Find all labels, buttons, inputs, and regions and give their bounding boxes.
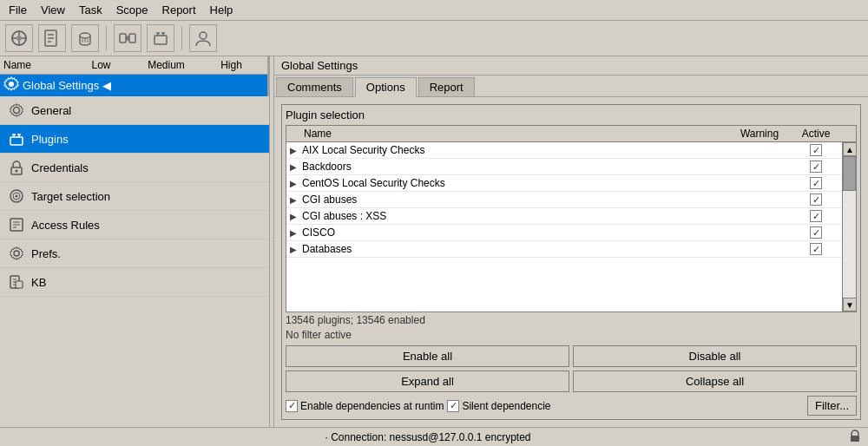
new-button[interactable]: [38, 24, 66, 52]
plugin-active-aix[interactable]: [790, 144, 842, 156]
filter-button[interactable]: Filter...: [807, 396, 857, 416]
expand-arrow-cgi[interactable]: ▶: [286, 193, 300, 207]
plugin-row-cgi[interactable]: ▶ CGI abuses: [286, 192, 842, 208]
toolbar-sep-2: [181, 26, 182, 50]
col-medium-header: Medium: [134, 59, 199, 71]
enable-deps-checkbox[interactable]: [286, 400, 298, 412]
user-button[interactable]: [189, 24, 217, 52]
plugin-active-centos[interactable]: [790, 177, 842, 189]
expand-arrow-cisco[interactable]: ▶: [286, 226, 300, 239]
plugin-active-cgi-xss[interactable]: [790, 210, 842, 222]
expand-all-button[interactable]: Expand all: [286, 371, 569, 392]
menu-help[interactable]: Help: [205, 2, 239, 18]
toolbar: [0, 21, 868, 56]
svg-point-3: [16, 36, 22, 41]
col-warning-header: Warning: [729, 128, 790, 140]
col-high-header: High: [199, 59, 264, 71]
nav-access-rules[interactable]: Access Rules: [0, 211, 269, 239]
menu-scope[interactable]: Scope: [111, 2, 154, 18]
plugin-active-databases[interactable]: [790, 243, 842, 255]
checkbox-cisco[interactable]: [810, 226, 822, 239]
col-name-header: Name: [286, 128, 729, 140]
menubar: File View Task Scope Report Help: [0, 0, 868, 21]
tab-options[interactable]: Options: [355, 77, 417, 97]
nav-kb-label: KB: [31, 276, 46, 289]
nav-prefs-label: Prefs.: [31, 247, 61, 260]
right-panel: Global Settings Comments Options Report …: [274, 56, 868, 427]
silent-deps-label: Silent dependencie: [462, 400, 550, 412]
checkbox-aix[interactable]: [810, 144, 822, 156]
scroll-down[interactable]: ▼: [843, 298, 856, 312]
scan-button[interactable]: [5, 24, 33, 52]
nav-plugins-label: Plugins: [31, 133, 69, 146]
menu-task[interactable]: Task: [74, 2, 108, 18]
svg-point-22: [9, 82, 14, 87]
checkbox-databases[interactable]: [810, 243, 822, 255]
disable-all-button[interactable]: Disable all: [573, 345, 857, 367]
nav-target-selection[interactable]: Target selection: [0, 182, 269, 211]
connect-button[interactable]: [114, 24, 141, 52]
nav-prefs[interactable]: Prefs.: [0, 239, 269, 268]
lock-icon: [849, 430, 861, 444]
nav-plugins[interactable]: Plugins: [0, 125, 269, 154]
delete-button[interactable]: [71, 24, 99, 52]
expand-arrow-aix[interactable]: ▶: [286, 143, 300, 157]
checkbox-cgi[interactable]: [810, 193, 822, 206]
nav-kb[interactable]: KB: [0, 268, 269, 297]
plugin-row-centos[interactable]: ▶ CentOS Local Security Checks: [286, 175, 842, 192]
plugin-row-aix[interactable]: ▶ AIX Local Security Checks: [286, 142, 842, 159]
plugin-active-backdoors[interactable]: [790, 161, 842, 173]
checkbox-centos[interactable]: [810, 177, 822, 189]
checkbox-backdoors[interactable]: [810, 161, 822, 173]
plugin-row-cisco[interactable]: ▶ CISCO: [286, 225, 842, 241]
plugin-row-cgi-xss[interactable]: ▶ CGI abuses : XSS: [286, 208, 842, 225]
settings-icon: [3, 76, 19, 95]
scroll-thumb[interactable]: [843, 156, 856, 191]
checkbox-cgi-xss[interactable]: [810, 210, 822, 222]
nav-general[interactable]: General: [0, 96, 269, 125]
tab-report[interactable]: Report: [418, 77, 475, 96]
expand-arrow-cgi-xss[interactable]: ▶: [286, 209, 300, 223]
plugin-table-body[interactable]: ▶ AIX Local Security Checks ▶ Backdoors: [286, 142, 842, 312]
filter-status: No filter active: [286, 328, 857, 342]
enable-all-button[interactable]: Enable all: [286, 345, 569, 367]
menu-report[interactable]: Report: [157, 2, 201, 18]
button-row-1: Enable all Disable all: [286, 345, 857, 367]
plugin-row-databases[interactable]: ▶ Databases: [286, 241, 842, 258]
tab-comments[interactable]: Comments: [276, 77, 353, 96]
col-active-header: Active: [790, 128, 842, 140]
nav-credentials[interactable]: Credentials: [0, 154, 269, 182]
expand-arrow-databases[interactable]: ▶: [286, 242, 300, 256]
plugin-name-cisco: CISCO: [300, 226, 729, 239]
button-row-2: Expand all Collapse all: [286, 371, 857, 392]
svg-point-8: [80, 33, 90, 38]
expand-arrow-centos[interactable]: ▶: [286, 176, 300, 190]
plugin-row-backdoors[interactable]: ▶ Backdoors: [286, 159, 842, 175]
kb-icon: [7, 272, 26, 292]
plugin-name-databases: Databases: [300, 243, 729, 255]
collapse-all-button[interactable]: Collapse all: [573, 371, 857, 392]
svg-point-30: [16, 170, 18, 173]
statusbar-text: · Connection: nessusd@127.0.0.1 encrypte…: [7, 431, 849, 443]
svg-point-38: [14, 251, 19, 256]
plugin-table-header: Name Warning Active: [286, 126, 856, 142]
tree-item-global-settings[interactable]: Global Settings ◀: [0, 75, 267, 96]
tree-header: Name Low Medium High: [0, 56, 267, 75]
menu-file[interactable]: File: [3, 2, 32, 18]
nav-target-label: Target selection: [31, 190, 110, 203]
plugin-active-cgi[interactable]: [790, 193, 842, 206]
plugin-selection-group: Plugin selection Name Warning Active ▶: [281, 104, 861, 420]
col-name-header: Name: [3, 59, 69, 71]
scroll-track[interactable]: [843, 156, 856, 298]
silent-deps-checkbox[interactable]: [447, 400, 459, 412]
plugin-active-cisco[interactable]: [790, 226, 842, 239]
plugin-name-cgi-xss: CGI abuses : XSS: [300, 210, 729, 222]
plugin-scrollbar[interactable]: ▲ ▼: [842, 142, 856, 312]
plugins-icon: [7, 129, 26, 148]
plugin-button[interactable]: [147, 24, 174, 52]
expand-arrow-backdoors[interactable]: ▶: [286, 160, 300, 174]
right-panel-title: Global Settings: [274, 56, 868, 75]
menu-view[interactable]: View: [36, 2, 70, 18]
plugin-name-aix: AIX Local Security Checks: [300, 144, 729, 156]
scroll-up[interactable]: ▲: [843, 142, 856, 156]
